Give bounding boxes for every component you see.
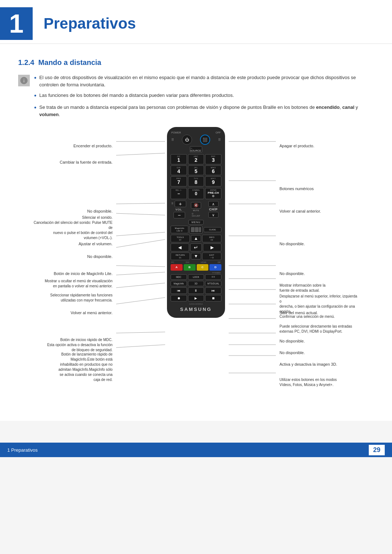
tools-button[interactable]: TOOLS⊙↑: [171, 235, 190, 242]
zero-button[interactable]: SYMBOL 0: [188, 188, 204, 199]
chapter-number: 1: [0, 7, 33, 40]
menu-button[interactable]: MENU: [188, 220, 204, 225]
svg-line-3: [116, 213, 165, 215]
num-btn-3[interactable]: DEF 3: [205, 154, 221, 164]
exit-button[interactable]: EXIT→⊙: [202, 253, 221, 260]
ok-button[interactable]: ↵: [190, 243, 202, 251]
ann-no-disp-ttx: No disponible.: [279, 338, 305, 344]
note-icon: [18, 75, 30, 86]
svg-line-11: [116, 345, 165, 348]
notes-section: • El uso de otros dispositivos de visual…: [18, 74, 374, 122]
input-b-button[interactable]: B: [184, 264, 196, 271]
ann-no-disp2: No disponible.: [33, 254, 113, 259]
input-c-button[interactable]: C: [197, 264, 209, 271]
source-button[interactable]: ↔ SOURCE: [190, 146, 202, 153]
off-text-label: OFF: [216, 131, 221, 134]
ann-media-btns: Utilizar estos botones en los modosVídeo…: [279, 377, 337, 387]
enter-button[interactable]: ENTER PRE-CH⊙: [205, 188, 221, 199]
svg-line-9: [116, 297, 165, 304]
remote-control: POWER OFF ⠿ ⏻ ⬛ ⠿ ↔ SOURCE: [167, 127, 225, 317]
bullet-points: • El uso de otros dispositivos de visual…: [34, 74, 374, 122]
channel-column: ∧ CH/P ∨: [205, 201, 221, 218]
power-button[interactable]: ⏻: [182, 135, 192, 145]
tv-channel-icon[interactable]: [189, 226, 203, 234]
footer-page-number: 29: [369, 445, 385, 455]
mts-dual-button[interactable]: MTS/DUAL: [205, 281, 221, 286]
num-btn-8[interactable]: TUV 8: [188, 176, 204, 186]
svg-line-1: [116, 153, 165, 155]
svg-line-10: [116, 332, 165, 333]
ann-botones-num: Botones numéricos: [279, 186, 314, 192]
arrow-left-button[interactable]: ◀: [171, 243, 189, 251]
ttx-label: TTX/MIX: [171, 272, 221, 274]
svg-line-2: [116, 203, 165, 204]
ann-no-disp-mts: No disponible.: [279, 350, 305, 356]
volume-down-button[interactable]: −: [173, 212, 185, 218]
num-btn-1[interactable]: QZ 1: [171, 154, 187, 164]
magicinfo-lite-button[interactable]: MagicInfoLite ⊙: [171, 226, 188, 233]
del-button[interactable]: DEL -/-- −: [171, 188, 187, 199]
ann-apagar: Apagar el producto.: [279, 143, 314, 149]
input-d-button[interactable]: D: [209, 264, 221, 271]
ann-salir-menu: Salir del menú actual.: [279, 310, 318, 316]
ttx-mix-button[interactable]: ≡⃝≡: [205, 274, 221, 280]
ann-cambiar: Cambiar la fuente de entrada.: [33, 160, 113, 165]
mute-button[interactable]: 🔇: [191, 202, 201, 209]
channel-up-button[interactable]: ∧: [208, 201, 219, 207]
off-button[interactable]: ⬛: [200, 135, 210, 145]
stop-button[interactable]: ⏹: [205, 295, 221, 301]
page-header: 1 Preparativos: [0, 0, 392, 44]
number-grid: QZ 1 ABC 2 DEF 3 GHI 4: [171, 154, 221, 186]
volume-up-button[interactable]: +: [175, 201, 186, 207]
num-btn-6[interactable]: MNO 6: [205, 165, 221, 175]
ann-no-disp-r1: No disponible.: [279, 241, 305, 247]
arrow-down-button[interactable]: ▼: [191, 253, 201, 259]
3d-button[interactable]: 3D: [188, 281, 204, 286]
special-row: DEL -/-- − SYMBOL 0 ENTER PRE-CH⊙: [171, 188, 221, 199]
remote-diagram-wrapper: Encender el producto. Cambiar la fuente …: [18, 127, 374, 410]
prev-button[interactable]: ⏮: [171, 287, 187, 294]
next-button[interactable]: ⏭: [205, 287, 221, 294]
ann-volver-canal: Volver al canal anterior.: [279, 209, 321, 214]
num-btn-2[interactable]: ABC 2: [188, 154, 204, 164]
channel-down-button[interactable]: ∨: [208, 212, 219, 218]
num-btn-7[interactable]: PRS 7: [171, 176, 187, 186]
note-item-1: • El uso de otros dispositivos de visual…: [34, 74, 374, 88]
svg-rect-26: [195, 227, 199, 232]
color-input-row: A B C D: [171, 264, 221, 271]
svg-line-4: [116, 232, 165, 236]
lock-button[interactable]: LOCK: [188, 274, 204, 280]
svg-line-8: [116, 283, 165, 288]
media-play-row: ⏺ ▶ ⏹: [171, 295, 221, 301]
return-exit-row: RETURN⊙↓ ▼ EXIT→⊙: [171, 253, 221, 260]
play-button[interactable]: ▶: [188, 295, 204, 301]
num-btn-9[interactable]: WXY 9: [205, 176, 221, 186]
ch-list-label: ⊙CH LIST: [192, 212, 200, 217]
samsung-logo: SAMSUNG: [171, 307, 221, 312]
media-prev-row: ⏮ ⏸ ⏭: [171, 287, 221, 294]
mdc-button[interactable]: MDC: [171, 274, 187, 280]
ann-magicinfo-lite: Botón de inicio de MagicInfo Lite.: [33, 271, 113, 276]
dots-left: ⠿: [171, 138, 174, 142]
input-a-button[interactable]: A: [171, 264, 183, 271]
pause-button[interactable]: ⏸: [188, 287, 204, 294]
info-button[interactable]: INFOi⊙: [202, 235, 221, 242]
svg-line-6: [116, 266, 165, 267]
mute-column: 🔇 MUTE ⊙CH LIST: [188, 202, 204, 217]
num-btn-4[interactable]: GHI 4: [171, 165, 187, 175]
svg-rect-27: [199, 227, 201, 232]
guide-button[interactable]: GUIDE: [204, 227, 221, 232]
arrow-right-button[interactable]: ▶: [203, 243, 221, 251]
svg-rect-25: [191, 227, 195, 232]
input-labels-row: PCDVIHDMIDP: [171, 261, 221, 263]
num-btn-5[interactable]: JKL 5: [188, 165, 204, 175]
arrow-up-button[interactable]: ▲: [191, 235, 201, 242]
menu-row: MENU: [171, 220, 221, 225]
return-button[interactable]: RETURN⊙↓: [171, 253, 190, 260]
magicinfo-button[interactable]: MagicInfo: [171, 281, 187, 286]
record-button[interactable]: ⏺: [171, 295, 187, 301]
ann-encender: Encender el producto.: [33, 143, 113, 149]
section-title: 1.2.4 Mando a distancia: [18, 58, 374, 67]
ann-no-disp-guide: No disponible.: [279, 271, 305, 276]
magic-guide-row: MagicInfoLite ⊙ GUIDE: [171, 226, 221, 234]
